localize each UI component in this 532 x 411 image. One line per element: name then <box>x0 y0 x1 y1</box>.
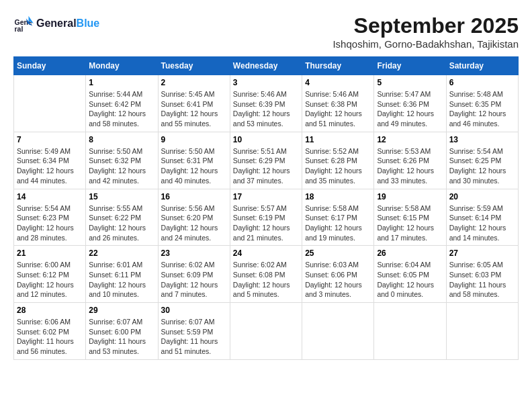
calendar-cell: 20Sunrise: 5:59 AM Sunset: 6:14 PM Dayli… <box>446 189 518 246</box>
calendar-cell <box>446 303 518 360</box>
calendar-cell: 21Sunrise: 6:00 AM Sunset: 6:12 PM Dayli… <box>14 246 86 303</box>
day-number: 9 <box>161 135 227 144</box>
day-number: 2 <box>161 78 227 87</box>
day-info: Sunrise: 5:45 AM Sunset: 6:41 PM Dayligh… <box>161 89 227 129</box>
day-info: Sunrise: 5:50 AM Sunset: 6:32 PM Dayligh… <box>89 146 154 186</box>
day-number: 5 <box>377 78 443 87</box>
day-info: Sunrise: 5:54 AM Sunset: 6:25 PM Dayligh… <box>449 146 515 186</box>
logo-blue: Blue <box>77 17 100 29</box>
day-number: 20 <box>449 192 515 201</box>
calendar-cell: 1Sunrise: 5:44 AM Sunset: 6:42 PM Daylig… <box>86 75 158 132</box>
day-number: 24 <box>233 248 299 258</box>
day-number: 18 <box>305 192 371 201</box>
day-number: 22 <box>89 248 154 258</box>
day-info: Sunrise: 6:06 AM Sunset: 6:02 PM Dayligh… <box>17 317 83 357</box>
calendar-cell: 30Sunrise: 6:07 AM Sunset: 5:59 PM Dayli… <box>158 303 230 360</box>
day-info: Sunrise: 5:48 AM Sunset: 6:35 PM Dayligh… <box>449 89 515 129</box>
logo-icon: Gene ral <box>13 13 34 34</box>
header-sunday: Sunday <box>14 57 86 75</box>
page-title: September 2025 <box>332 13 519 38</box>
day-info: Sunrise: 6:02 AM Sunset: 6:09 PM Dayligh… <box>161 260 227 300</box>
day-number: 6 <box>449 78 515 87</box>
calendar-cell: 29Sunrise: 6:07 AM Sunset: 6:00 PM Dayli… <box>86 303 158 360</box>
calendar-cell: 7Sunrise: 5:49 AM Sunset: 6:34 PM Daylig… <box>14 132 86 189</box>
day-number: 8 <box>89 135 154 144</box>
calendar-cell: 22Sunrise: 6:01 AM Sunset: 6:11 PM Dayli… <box>86 246 158 303</box>
calendar-cell: 17Sunrise: 5:57 AM Sunset: 6:19 PM Dayli… <box>230 189 302 246</box>
calendar-cell <box>374 303 446 360</box>
header-monday: Monday <box>86 57 158 75</box>
day-number: 27 <box>449 248 515 258</box>
day-number: 13 <box>449 135 515 144</box>
calendar-cell: 28Sunrise: 6:06 AM Sunset: 6:02 PM Dayli… <box>14 303 86 360</box>
svg-text:ral: ral <box>15 25 24 33</box>
day-info: Sunrise: 5:49 AM Sunset: 6:34 PM Dayligh… <box>17 146 83 186</box>
day-number: 1 <box>89 78 154 87</box>
logo: Gene ral GeneralBlue <box>13 13 99 34</box>
calendar-cell: 23Sunrise: 6:02 AM Sunset: 6:09 PM Dayli… <box>158 246 230 303</box>
day-number: 30 <box>161 306 227 315</box>
day-info: Sunrise: 6:05 AM Sunset: 6:03 PM Dayligh… <box>449 260 515 300</box>
calendar-cell: 8Sunrise: 5:50 AM Sunset: 6:32 PM Daylig… <box>86 132 158 189</box>
day-number: 14 <box>17 192 83 201</box>
day-info: Sunrise: 5:44 AM Sunset: 6:42 PM Dayligh… <box>89 89 154 129</box>
day-number: 28 <box>17 306 83 315</box>
calendar-cell: 27Sunrise: 6:05 AM Sunset: 6:03 PM Dayli… <box>446 246 518 303</box>
day-number: 7 <box>17 135 83 144</box>
day-info: Sunrise: 5:56 AM Sunset: 6:20 PM Dayligh… <box>161 203 227 243</box>
day-info: Sunrise: 5:46 AM Sunset: 6:39 PM Dayligh… <box>233 89 299 129</box>
day-number: 29 <box>89 306 154 315</box>
calendar-cell: 12Sunrise: 5:53 AM Sunset: 6:26 PM Dayli… <box>374 132 446 189</box>
calendar-cell: 18Sunrise: 5:58 AM Sunset: 6:17 PM Dayli… <box>302 189 374 246</box>
day-number: 19 <box>377 192 443 201</box>
day-info: Sunrise: 5:55 AM Sunset: 6:22 PM Dayligh… <box>89 203 154 243</box>
day-info: Sunrise: 5:51 AM Sunset: 6:29 PM Dayligh… <box>233 146 299 186</box>
calendar-cell: 2Sunrise: 5:45 AM Sunset: 6:41 PM Daylig… <box>158 75 230 132</box>
day-info: Sunrise: 6:07 AM Sunset: 6:00 PM Dayligh… <box>89 317 154 357</box>
day-info: Sunrise: 5:58 AM Sunset: 6:17 PM Dayligh… <box>305 203 371 243</box>
day-number: 15 <box>89 192 154 201</box>
day-number: 25 <box>305 248 371 258</box>
day-info: Sunrise: 5:50 AM Sunset: 6:31 PM Dayligh… <box>161 146 227 186</box>
calendar-cell <box>14 75 86 132</box>
calendar-cell: 4Sunrise: 5:46 AM Sunset: 6:38 PM Daylig… <box>302 75 374 132</box>
day-info: Sunrise: 5:53 AM Sunset: 6:26 PM Dayligh… <box>377 146 443 186</box>
day-info: Sunrise: 5:47 AM Sunset: 6:36 PM Dayligh… <box>377 89 443 129</box>
day-info: Sunrise: 5:46 AM Sunset: 6:38 PM Dayligh… <box>305 89 371 129</box>
day-number: 12 <box>377 135 443 144</box>
day-info: Sunrise: 6:01 AM Sunset: 6:11 PM Dayligh… <box>89 260 154 300</box>
day-number: 16 <box>161 192 227 201</box>
calendar-cell: 5Sunrise: 5:47 AM Sunset: 6:36 PM Daylig… <box>374 75 446 132</box>
day-info: Sunrise: 6:02 AM Sunset: 6:08 PM Dayligh… <box>233 260 299 300</box>
calendar-cell: 6Sunrise: 5:48 AM Sunset: 6:35 PM Daylig… <box>446 75 518 132</box>
calendar-cell: 26Sunrise: 6:04 AM Sunset: 6:05 PM Dayli… <box>374 246 446 303</box>
calendar-cell: 24Sunrise: 6:02 AM Sunset: 6:08 PM Dayli… <box>230 246 302 303</box>
calendar-cell: 10Sunrise: 5:51 AM Sunset: 6:29 PM Dayli… <box>230 132 302 189</box>
day-info: Sunrise: 5:59 AM Sunset: 6:14 PM Dayligh… <box>449 203 515 243</box>
calendar-cell: 11Sunrise: 5:52 AM Sunset: 6:28 PM Dayli… <box>302 132 374 189</box>
day-info: Sunrise: 6:03 AM Sunset: 6:06 PM Dayligh… <box>305 260 371 300</box>
day-number: 17 <box>233 192 299 201</box>
header-friday: Friday <box>374 57 446 75</box>
day-number: 11 <box>305 135 371 144</box>
day-info: Sunrise: 5:58 AM Sunset: 6:15 PM Dayligh… <box>377 203 443 243</box>
day-number: 26 <box>377 248 443 258</box>
header-saturday: Saturday <box>446 57 518 75</box>
day-info: Sunrise: 6:07 AM Sunset: 5:59 PM Dayligh… <box>161 317 227 357</box>
calendar-cell <box>302 303 374 360</box>
header-thursday: Thursday <box>302 57 374 75</box>
calendar-cell: 19Sunrise: 5:58 AM Sunset: 6:15 PM Dayli… <box>374 189 446 246</box>
logo-general: General <box>36 17 77 29</box>
header-wednesday: Wednesday <box>230 57 302 75</box>
day-info: Sunrise: 5:52 AM Sunset: 6:28 PM Dayligh… <box>305 146 371 186</box>
day-info: Sunrise: 6:00 AM Sunset: 6:12 PM Dayligh… <box>17 260 83 300</box>
page-subtitle: Ishqoshim, Gorno-Badakhshan, Tajikistan <box>332 38 519 50</box>
day-number: 3 <box>233 78 299 87</box>
calendar-cell: 3Sunrise: 5:46 AM Sunset: 6:39 PM Daylig… <box>230 75 302 132</box>
calendar-cell: 16Sunrise: 5:56 AM Sunset: 6:20 PM Dayli… <box>158 189 230 246</box>
calendar-cell: 13Sunrise: 5:54 AM Sunset: 6:25 PM Dayli… <box>446 132 518 189</box>
calendar-cell: 14Sunrise: 5:54 AM Sunset: 6:23 PM Dayli… <box>14 189 86 246</box>
day-info: Sunrise: 6:04 AM Sunset: 6:05 PM Dayligh… <box>377 260 443 300</box>
calendar-cell <box>230 303 302 360</box>
day-number: 21 <box>17 248 83 258</box>
